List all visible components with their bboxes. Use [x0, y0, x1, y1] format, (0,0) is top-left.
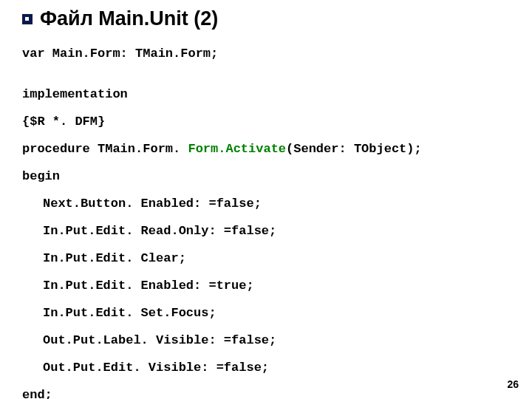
- proc-keyword: procedure TMain.Form.: [22, 142, 188, 156]
- code-line-resource: {$R *. DFM}: [22, 115, 510, 129]
- code-line-10: In.Put.Edit. Set.Focus;: [43, 306, 510, 320]
- square-bullet-icon: [22, 14, 33, 24]
- code-line-8: In.Put.Edit. Clear;: [43, 251, 510, 265]
- code-line-var: var Main.Form: TMain.Form;: [22, 47, 510, 61]
- code-line-procedure: procedure TMain.Form. Form.Activate(Send…: [22, 142, 510, 156]
- page-number: 26: [507, 378, 519, 390]
- code-line-7: In.Put.Edit. Read.Only: =false;: [43, 224, 510, 238]
- code-line-begin: begin: [22, 169, 510, 183]
- proc-name: Form.Activate: [188, 142, 286, 156]
- slide: Файл Main.Unit (2) var Main.Form: TMain.…: [0, 0, 532, 399]
- code-line-implementation: implementation: [22, 87, 510, 101]
- code-line-9: In.Put.Edit. Enabled: =true;: [43, 279, 510, 293]
- code-line-end: end;: [22, 388, 510, 399]
- proc-params: (Sender: TObject);: [286, 142, 422, 156]
- code-line-12: Out.Put.Edit. Visible: =false;: [43, 361, 510, 375]
- code-body: Next.Button. Enabled: =false; In.Put.Edi…: [22, 197, 510, 375]
- code-line-11: Out.Put.Label. Visible: =false;: [43, 333, 510, 347]
- code-line-6: Next.Button. Enabled: =false;: [43, 197, 510, 211]
- page-title: Файл Main.Unit (2): [40, 7, 218, 30]
- title-row: Файл Main.Unit (2): [22, 7, 510, 30]
